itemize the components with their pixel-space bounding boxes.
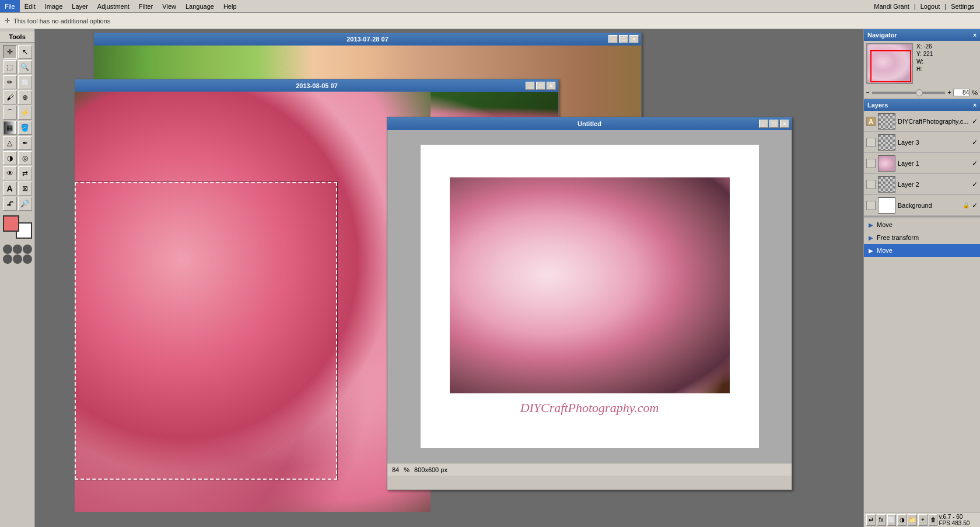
action-move[interactable]: ▶ Move [864, 218, 980, 231]
brush-preset-5[interactable] [13, 254, 22, 264]
layer-item-diy[interactable]: A DIYCraftPhotography.c... ✓ [864, 111, 980, 132]
layer-visibility-3[interactable]: ✓ [972, 138, 978, 146]
logout-link[interactable]: Logout [921, 3, 940, 10]
shape-tool[interactable]: △ [3, 136, 17, 150]
layers-btn-delete[interactable]: 🗑 [929, 514, 938, 526]
eye-dropper-tool[interactable]: 🖇 [3, 197, 17, 211]
menu-language[interactable]: Language [181, 0, 219, 12]
action-move-active[interactable]: ▶ Move [864, 244, 980, 257]
zoom-plus-icon[interactable]: + [947, 89, 951, 96]
window-title-1: 2013-07-28 07 [346, 36, 388, 43]
blur-tool[interactable]: ◎ [18, 151, 32, 165]
navigator-panel: Navigator × X: -26 Y: 221 W: H: − [864, 29, 980, 99]
layer-item-3[interactable]: Layer 3 ✓ [864, 132, 980, 153]
layers-btn-new[interactable]: + [918, 514, 928, 526]
win2-close[interactable]: × [547, 82, 556, 90]
transform-tool[interactable]: ⇄ [18, 166, 32, 180]
layer-visibility-bg[interactable]: ✓ [972, 201, 978, 210]
brush-preset-1[interactable] [3, 245, 12, 254]
layers-close[interactable]: × [973, 102, 977, 109]
fill-tool[interactable]: 🪣 [18, 121, 32, 135]
brush-preset-4[interactable] [3, 254, 12, 264]
layers-content: A DIYCraftPhotography.c... ✓ Layer 3 ✓ [864, 111, 980, 512]
layers-btn-adjustment[interactable]: ◑ [897, 514, 907, 526]
win3-minimize[interactable]: _ [759, 120, 768, 128]
window-titlebar-3[interactable]: Untitled _ □ × [387, 117, 792, 130]
win2-maximize[interactable]: □ [536, 82, 545, 90]
select-tool[interactable]: ↖ [18, 45, 32, 59]
zoom-handle[interactable] [916, 89, 923, 96]
layers-panel: Layers × A DIYCraftPhotography.c... ✓ La… [864, 99, 980, 527]
brush-preset-6[interactable] [23, 254, 32, 264]
right-panels: Navigator × X: -26 Y: 221 W: H: − [863, 29, 980, 527]
zoom-value-statusbar: 84 [392, 466, 399, 473]
layers-btn-link[interactable]: ⇄ [866, 514, 876, 526]
zoom-minus-icon[interactable]: − [866, 89, 870, 96]
gradient-tool[interactable]: ▦ [3, 121, 17, 135]
clone-tool[interactable]: ⊕ [18, 90, 32, 104]
menu-image[interactable]: Image [40, 0, 68, 12]
smudge-tool[interactable]: 👁 [3, 166, 17, 180]
layers-btn-mask[interactable]: ⬜ [887, 514, 897, 526]
layer-thumb-diy [878, 113, 895, 130]
layer-visibility-2[interactable]: ✓ [972, 180, 978, 189]
zoom-slider[interactable] [872, 92, 946, 94]
tool-row-11: 🖇 🔎 [3, 197, 32, 211]
text-tool[interactable]: A [3, 182, 17, 196]
action-free-transform[interactable]: ▶ Free transform [864, 231, 980, 244]
action-move-label: Move [877, 221, 892, 228]
win3-close[interactable]: × [780, 120, 789, 128]
crop-tool[interactable]: ⊠ [18, 182, 32, 196]
navigator-close[interactable]: × [973, 32, 977, 39]
dimensions-label: 800x600 px [414, 466, 447, 473]
pen-tool[interactable]: ✒ [18, 136, 32, 150]
layer-item-1[interactable]: Layer 1 ✓ [864, 153, 980, 174]
menu-help[interactable]: Help [219, 0, 242, 12]
window-controls-1: _ □ × [608, 35, 639, 43]
eraser-tool[interactable]: ⬜ [18, 75, 32, 89]
tool-row-1: ✛ ↖ [3, 45, 32, 59]
win1-close[interactable]: × [629, 35, 639, 43]
win3-maximize[interactable]: □ [769, 120, 779, 128]
foreground-color-swatch[interactable] [3, 215, 19, 232]
menu-file[interactable]: File [0, 0, 20, 12]
pencil-tool[interactable]: ✏ [3, 75, 17, 89]
win1-minimize[interactable]: _ [608, 35, 618, 43]
dodge-tool[interactable]: ◑ [3, 151, 17, 165]
layers-btn-fx[interactable]: fx [877, 514, 886, 526]
window-titlebar-1[interactable]: 2013-07-28 07 _ □ × [94, 33, 641, 46]
tools-label: Tools [0, 32, 34, 43]
win1-maximize[interactable]: □ [619, 35, 628, 43]
brush-preset-3[interactable] [23, 245, 32, 254]
settings-link[interactable]: Settings [951, 3, 974, 10]
menu-view[interactable]: View [158, 0, 181, 12]
magic-wand-tool[interactable]: ⚡ [18, 106, 32, 120]
navigator-zoom-row: − + % [864, 86, 980, 99]
lasso-tool[interactable]: ⌒ [3, 106, 17, 120]
menu-layer[interactable]: Layer [67, 0, 93, 12]
nav-x: X: -26 [916, 43, 933, 50]
magnify-tool[interactable]: 🔎 [18, 197, 32, 211]
win2-minimize[interactable]: _ [526, 82, 535, 90]
layer-item-2[interactable]: Layer 2 ✓ [864, 174, 980, 195]
layer-visibility-1[interactable]: ✓ [972, 159, 978, 167]
layers-btn-group[interactable]: 📁 [908, 514, 917, 526]
brush-preset-grid [3, 245, 32, 264]
brush-preset-2[interactable] [13, 245, 22, 254]
canvas-watermark: DIYCraftPhotography.com [520, 400, 659, 416]
brush-tool[interactable]: 🖌 [3, 90, 17, 104]
navigator-thumbnail [866, 43, 913, 84]
zoom-input[interactable] [953, 89, 970, 96]
layer-item-background[interactable]: Background 🔒 ✓ [864, 195, 980, 216]
move-tool[interactable]: ✛ [3, 45, 17, 59]
rect-select-tool[interactable]: ⬚ [3, 60, 17, 74]
menu-adjustment[interactable]: Adjustment [93, 0, 134, 12]
zoom-tool[interactable]: 🔍 [18, 60, 32, 74]
layer-visibility-diy[interactable]: ✓ [972, 117, 978, 125]
layer-type-icon-bg [866, 201, 876, 210]
menu-edit[interactable]: Edit [20, 0, 40, 12]
layer-type-text-icon: A [866, 117, 876, 126]
window-titlebar-2[interactable]: 2013-08-05 07 _ □ × [75, 79, 558, 92]
tool-row-7: △ ✒ [3, 136, 32, 150]
menu-filter[interactable]: Filter [134, 0, 158, 12]
